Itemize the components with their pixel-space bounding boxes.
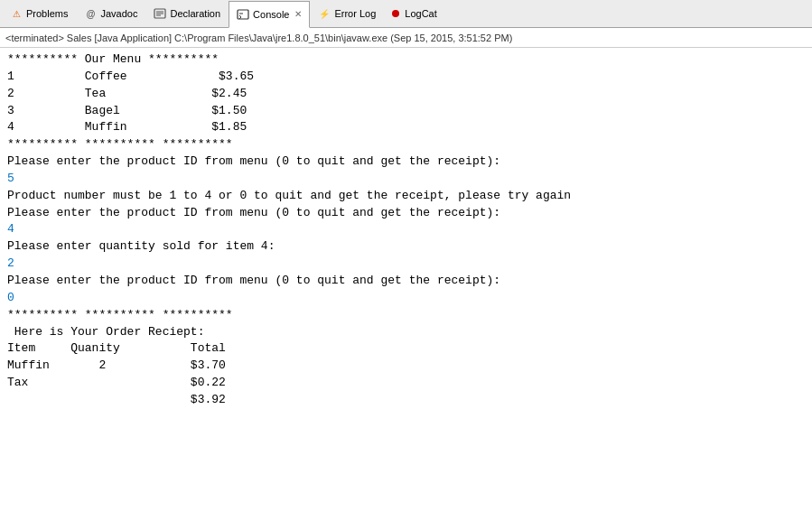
declaration-icon xyxy=(154,7,166,20)
console-line: $3.92 xyxy=(7,392,805,409)
logcat-dot-icon xyxy=(392,10,399,17)
svg-rect-4 xyxy=(238,10,248,19)
tab-logcat-label: LogCat xyxy=(405,8,436,19)
status-text: <terminated> Sales [Java Application] C:… xyxy=(5,33,512,43)
console-line: 4 xyxy=(7,221,805,238)
javadoc-icon: @ xyxy=(84,7,97,20)
console-line: Product number must be 1 to 4 or 0 to qu… xyxy=(7,188,805,205)
problems-icon: ⚠ xyxy=(10,7,23,20)
console-line: 3 Bagel $1.50 xyxy=(7,103,805,120)
tab-declaration-label: Declaration xyxy=(170,8,220,19)
tab-console-label: Console xyxy=(253,9,289,20)
tab-declaration[interactable]: Declaration xyxy=(145,0,229,27)
tab-javadoc-label: Javadoc xyxy=(100,8,137,19)
tab-errorlog[interactable]: ⚡ Error Log xyxy=(310,0,384,27)
console-line: 5 xyxy=(7,171,805,188)
console-line: 4 Muffin $1.85 xyxy=(7,119,805,136)
console-line: ********** ********** ********** xyxy=(7,307,805,324)
console-line: Here is Your Order Reciept: xyxy=(7,324,805,341)
console-line: 1 Coffee $3.65 xyxy=(7,69,805,86)
tab-bar: ⚠ Problems @ Javadoc Declaration Console xyxy=(0,0,812,28)
console-icon xyxy=(237,8,249,21)
tab-problems-label: Problems xyxy=(26,8,68,19)
console-line: Tax $0.22 xyxy=(7,375,805,392)
console-line: Item Quanity Total xyxy=(7,340,805,358)
tab-errorlog-label: Error Log xyxy=(334,8,376,19)
console-line: 2 Tea $2.45 xyxy=(7,86,805,103)
tab-console[interactable]: Console ✕ xyxy=(229,1,310,28)
console-line: 0 xyxy=(7,290,805,307)
status-bar: <terminated> Sales [Java Application] C:… xyxy=(0,28,812,48)
console-line: Please enter the product ID from menu (0… xyxy=(7,154,805,171)
tab-javadoc[interactable]: @ Javadoc xyxy=(76,0,145,27)
errorlog-icon: ⚡ xyxy=(318,7,331,20)
tab-logcat[interactable]: LogCat xyxy=(384,0,444,27)
console-line: ********** ********** ********** xyxy=(7,136,805,154)
tab-problems[interactable]: ⚠ Problems xyxy=(2,0,76,27)
console-output: ********** Our Menu **********1 Coffee $… xyxy=(0,48,812,521)
console-line: Muffin 2 $3.70 xyxy=(7,358,805,375)
console-line: Please enter the product ID from menu (0… xyxy=(7,205,805,222)
console-line: 2 xyxy=(7,256,805,273)
console-line: ********** Our Menu ********** xyxy=(7,51,805,69)
console-line: Please enter quantity sold for item 4: xyxy=(7,238,805,256)
console-close-icon[interactable]: ✕ xyxy=(294,9,302,19)
console-line: Please enter the product ID from menu (0… xyxy=(7,273,805,290)
